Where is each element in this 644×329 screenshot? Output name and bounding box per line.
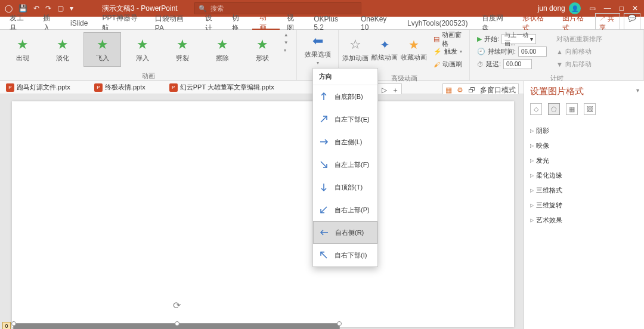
- dir-from-top-left[interactable]: 自左上部(F): [313, 153, 377, 176]
- slideshow-icon[interactable]: ▢: [57, 4, 64, 13]
- slide[interactable]: [12, 101, 514, 327]
- move-later-button[interactable]: ▼向后移动: [556, 58, 602, 70]
- nav-right-icon[interactable]: ▷: [382, 86, 387, 94]
- rotate-handle-icon[interactable]: ⟳: [173, 300, 181, 311]
- delay-icon: ⏱: [477, 61, 484, 68]
- search-box[interactable]: 🔍 搜索: [194, 2, 361, 14]
- tab-view[interactable]: 视图: [280, 17, 307, 30]
- brush-icon: 🖌: [434, 61, 440, 68]
- close-icon[interactable]: ✕: [632, 4, 638, 13]
- section-3drotation[interactable]: ▷三维旋转: [530, 198, 638, 213]
- user-name: jun dong: [538, 4, 565, 13]
- animation-pane-button[interactable]: ▤动画窗格: [434, 33, 462, 45]
- animation-order-tag[interactable]: 0: [2, 322, 11, 329]
- tab-pocket[interactable]: 口袋动画 PA: [148, 17, 198, 30]
- section-softedges[interactable]: ▷柔化边缘: [530, 168, 638, 183]
- tab-onekey[interactable]: OneKey 10: [354, 17, 400, 30]
- effects-icon[interactable]: ⬠: [548, 103, 560, 115]
- grid-icon[interactable]: ▦: [445, 86, 452, 94]
- svg-line-7: [321, 252, 327, 258]
- tab-devtools[interactable]: 发工具: [2, 17, 36, 30]
- picture-3[interactable]: [231, 324, 339, 329]
- timing-start-select[interactable]: 与上一动画... ▾: [501, 34, 536, 44]
- undo-icon[interactable]: ↶: [33, 4, 39, 13]
- ribbon-display-icon[interactable]: ▭: [589, 4, 596, 13]
- anim-shape[interactable]: ★形状: [244, 32, 281, 67]
- qat-more-icon[interactable]: ▾: [70, 4, 73, 13]
- anim-split[interactable]: ★劈裂: [163, 32, 201, 67]
- doc-tab-1[interactable]: P跑马灯源文件.pptx: [6, 83, 70, 92]
- reorder-controls: 对动画重新排序 ▲向前移动 ▼向后移动: [553, 32, 606, 71]
- tab-okplus[interactable]: OKPlus 5.2: [306, 17, 354, 30]
- multiwin-label[interactable]: 多窗口模式: [480, 85, 516, 95]
- picture-icon[interactable]: 🖼: [584, 103, 596, 115]
- anim-floatin[interactable]: ★浮入: [123, 32, 161, 67]
- section-glow[interactable]: ▷发光: [530, 153, 638, 168]
- tab-animation[interactable]: 动画: [252, 17, 280, 30]
- tab-baidu[interactable]: 百度网盘: [475, 17, 515, 30]
- sparkle-icon: ✦: [380, 38, 390, 52]
- resize-handle-nw[interactable]: [11, 321, 16, 326]
- tab-picture-format[interactable]: 图片格式: [555, 17, 595, 30]
- anim-gallery-scroll[interactable]: ▲▼▾: [284, 32, 293, 53]
- chevron-up-icon: ▲: [556, 48, 563, 55]
- timing-duration-label: 持续时间:: [488, 47, 516, 56]
- anim-fade[interactable]: ★淡化: [44, 32, 81, 67]
- anim-appear[interactable]: ★出现: [4, 32, 41, 67]
- section-reflection[interactable]: ▷映像: [530, 138, 638, 153]
- add-icon[interactable]: ＋: [392, 85, 399, 95]
- section-artistic[interactable]: ▷艺术效果: [530, 213, 638, 228]
- anim-wipe[interactable]: ★擦除: [204, 32, 242, 67]
- cool-animation-button[interactable]: ✦酷炫动画: [371, 32, 398, 67]
- selected-picture-group[interactable]: [13, 323, 340, 329]
- section-shadow[interactable]: ▷阴影: [530, 123, 638, 138]
- search-placeholder: 搜索: [210, 4, 224, 13]
- format-picture-pane: 设置图片格式 ▾ ◇ ⬠ ▦ 🖼 ▷阴影 ▷映像 ▷发光 ▷柔化边缘 ▷三维格式…: [524, 81, 644, 329]
- arrow-sw-icon: [319, 205, 329, 215]
- redo-icon[interactable]: ↷: [45, 4, 51, 13]
- resize-handle-n[interactable]: [175, 321, 179, 326]
- timing-duration-input[interactable]: 06.00: [518, 46, 547, 57]
- fav-animation-button[interactable]: ★收藏动画: [401, 32, 428, 67]
- tab-insert[interactable]: 插入: [36, 17, 63, 30]
- timing-delay-input[interactable]: 00.00: [503, 59, 532, 69]
- effect-options-button[interactable]: ⬅效果选项▾: [301, 32, 335, 67]
- anim-flyin[interactable]: ★飞入: [83, 32, 121, 67]
- dir-from-left[interactable]: 自左侧(L): [313, 131, 377, 153]
- picture-1[interactable]: [14, 324, 122, 329]
- move-earlier-button[interactable]: ▲向前移动: [556, 46, 602, 57]
- doc-tab-3[interactable]: P幻云PPT 大雄董军文章编辑.pptx: [169, 83, 274, 92]
- dir-from-bottom-right[interactable]: 自右下部(I): [313, 244, 377, 266]
- windows-icon[interactable]: 🗗: [468, 86, 475, 94]
- save-icon[interactable]: 💾: [18, 4, 27, 13]
- tab-pptnav[interactable]: PPT神器导航: [95, 17, 147, 30]
- trigger-button[interactable]: ⚡触发 ▾: [434, 46, 462, 57]
- pane-dropdown-icon[interactable]: ▾: [636, 87, 639, 94]
- add-animation-button[interactable]: ☆添加动画: [342, 32, 369, 67]
- section-3dformat[interactable]: ▷三维格式: [530, 183, 638, 198]
- gear-icon[interactable]: ⚙: [457, 86, 463, 94]
- fill-line-icon[interactable]: ◇: [530, 103, 542, 115]
- minimize-icon[interactable]: —: [604, 4, 611, 13]
- autosave-toggle-icon[interactable]: ◯: [5, 4, 13, 13]
- doc-tab-2[interactable]: P终极表情.pptx: [94, 83, 145, 92]
- dir-from-top-right[interactable]: 自右上部(P): [313, 198, 377, 221]
- tab-lvyh[interactable]: LvyhTools(200523): [400, 17, 475, 30]
- tab-islide[interactable]: iSlide: [63, 17, 95, 30]
- timing-controls: ▶开始:与上一动画... ▾ 🕘持续时间:06.00 ⏱延迟:00.00: [473, 32, 550, 71]
- format-sections: ▷阴影 ▷映像 ▷发光 ▷柔化边缘 ▷三维格式 ▷三维旋转 ▷艺术效果: [530, 123, 638, 228]
- dir-from-bottom-left[interactable]: 自左下部(E): [313, 108, 377, 131]
- tab-transition[interactable]: 切换: [225, 17, 252, 30]
- animation-painter-button[interactable]: 🖌动画刷: [434, 58, 462, 70]
- dir-from-top[interactable]: 自顶部(T): [313, 176, 377, 198]
- tab-shape-format[interactable]: 形状格式: [515, 17, 555, 30]
- clock-icon: 🕘: [477, 48, 485, 55]
- dir-from-bottom[interactable]: 自底部(B): [313, 85, 377, 108]
- star-icon: ★: [408, 38, 419, 52]
- dir-from-right[interactable]: 自右侧(R): [313, 221, 377, 244]
- tab-design[interactable]: 设计: [198, 17, 225, 30]
- maximize-icon[interactable]: □: [620, 4, 624, 13]
- format-pane-title: 设置图片格式: [530, 86, 638, 97]
- resize-handle-ne[interactable]: [337, 321, 342, 326]
- size-icon[interactable]: ▦: [566, 103, 578, 115]
